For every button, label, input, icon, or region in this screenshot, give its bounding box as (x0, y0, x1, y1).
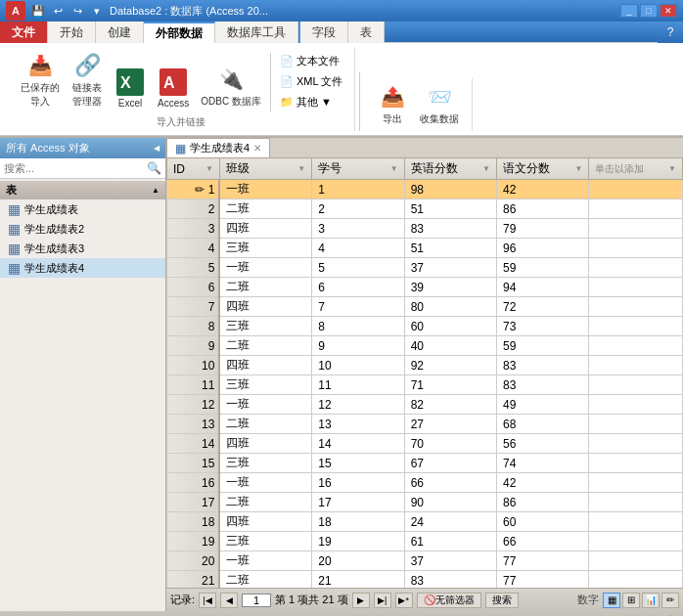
doc-tab-table4[interactable]: ▦ 学生成绩表4 ✕ (166, 138, 270, 157)
col-header-num[interactable]: 学号▼ (312, 158, 404, 180)
cell-eng: 66 (404, 473, 496, 493)
nav-item-table2[interactable]: ▦ 学生成绩表2 (0, 219, 165, 239)
tab-file[interactable]: 文件 (0, 22, 48, 43)
cell-eng: 98 (404, 180, 496, 199)
tab-db-tools[interactable]: 数据库工具 (215, 22, 298, 43)
btn-saved-import[interactable]: 📥 已保存的导入 (16, 47, 65, 111)
col-header-class[interactable]: 班级▼ (219, 158, 311, 180)
cell-add (589, 551, 683, 571)
btn-other[interactable]: 📁 其他 ▼ (275, 92, 346, 111)
cell-add (589, 434, 683, 454)
table-wrapper[interactable]: ID▼ 班级▼ 学号▼ 英语分数▼ 语文分数▼ (166, 157, 683, 588)
table-row[interactable]: 4三班45196 (167, 239, 683, 258)
btn-text-file[interactable]: 📄 文本文件 (275, 51, 346, 70)
btn-export[interactable]: 📤 导出 (372, 78, 413, 129)
cell-class: 四班 (219, 512, 311, 532)
col-header-chi[interactable]: 语文分数▼ (497, 158, 589, 180)
help-btn[interactable]: ? (661, 23, 679, 41)
btn-xml-file[interactable]: 📄 XML 文件 (275, 71, 346, 91)
nav-section-header-tables[interactable]: 表 ▲ (0, 181, 165, 199)
table-row[interactable]: 8三班86073 (167, 317, 683, 336)
search-input[interactable] (4, 162, 147, 174)
view-pivot-btn[interactable]: ⊞ (622, 593, 640, 608)
tab-field[interactable]: 字段 (298, 22, 348, 43)
cell-num: 3 (312, 219, 404, 239)
btn-excel[interactable]: X Excel (110, 64, 151, 111)
cell-chi: 86 (497, 493, 589, 512)
cell-num: 13 (312, 415, 404, 434)
cell-add (589, 278, 683, 297)
no-filter-text: 无筛选器 (435, 594, 475, 607)
table-row[interactable]: 5一班53759 (167, 258, 683, 278)
table-row[interactable]: 11三班117183 (167, 375, 683, 395)
col-header-add[interactable]: 单击以添加▼ (589, 158, 683, 180)
doc-tab-close[interactable]: ✕ (253, 143, 261, 154)
close-btn[interactable]: ✕ (660, 4, 677, 18)
table-row[interactable]: 13二班132768 (167, 415, 683, 434)
nav-item-table1[interactable]: ▦ 学生成绩表 (0, 199, 165, 219)
cell-class: 四班 (219, 434, 311, 454)
qa-dropdown-btn[interactable]: ▾ (88, 2, 106, 20)
table-row[interactable]: 16一班166642 (167, 473, 683, 493)
qa-redo-btn[interactable]: ↪ (68, 2, 86, 20)
table-row[interactable]: 15三班156774 (167, 454, 683, 473)
qa-save-btn[interactable]: 💾 (29, 2, 47, 20)
table-row[interactable]: 17二班179086 (167, 493, 683, 512)
cell-chi: 56 (497, 434, 589, 454)
nav-item-table3[interactable]: ▦ 学生成绩表3 (0, 239, 165, 258)
btn-access[interactable]: A Access (153, 64, 194, 111)
view-datasheet-btn[interactable]: ▦ (603, 593, 620, 608)
table-row[interactable]: 20一班203777 (167, 551, 683, 571)
table-row[interactable]: 18四班182460 (167, 512, 683, 532)
cell-class: 一班 (219, 551, 311, 571)
table-row[interactable]: ✏ 1一班19842 (167, 180, 683, 199)
nav-section-tables: 表 ▲ ▦ 学生成绩表 ▦ 学生成绩表2 ▦ 学生成绩表3 ▦ 学生成绩表4 (0, 179, 165, 280)
nav-item-table4[interactable]: ▦ 学生成绩表4 (0, 258, 165, 278)
nav-new-btn[interactable]: ▶* (395, 593, 413, 608)
cell-class: 一班 (219, 180, 311, 199)
col-header-eng[interactable]: 英语分数▼ (404, 158, 496, 180)
maximize-btn[interactable]: □ (640, 4, 658, 18)
qa-undo-btn[interactable]: ↩ (49, 2, 67, 20)
table-row[interactable]: 7四班78072 (167, 297, 683, 317)
nav-last-btn[interactable]: ▶| (374, 593, 391, 608)
tab-external[interactable]: 外部数据 (144, 22, 215, 43)
table-row[interactable]: 12一班128249 (167, 395, 683, 415)
table-row[interactable]: 14四班147056 (167, 434, 683, 454)
nav-header[interactable]: 所有 Access 对象 ◀ (0, 138, 165, 158)
tab-table[interactable]: 表 (348, 22, 385, 43)
btn-collect-data[interactable]: 📨 收集数据 (415, 78, 464, 129)
view-chart-btn[interactable]: 📊 (642, 593, 660, 608)
cell-add (589, 395, 683, 415)
other-icon: 📁 (279, 94, 295, 110)
nav-first-btn[interactable]: |◀ (199, 593, 216, 608)
cell-num: 6 (312, 278, 404, 297)
minimize-btn[interactable]: _ (620, 4, 638, 18)
cell-id: 17 (167, 493, 220, 512)
nav-section-label-tables: 表 (6, 183, 17, 198)
no-filter-btn[interactable]: 🚫 无筛选器 (417, 593, 481, 608)
tab-start[interactable]: 开始 (48, 22, 96, 43)
cell-eng: 37 (404, 258, 496, 278)
tab-create[interactable]: 创建 (96, 22, 144, 43)
table-row[interactable]: 10四班109283 (167, 356, 683, 375)
btn-link-manager[interactable]: 🔗 链接表管理器 (67, 47, 108, 111)
cell-num: 19 (312, 532, 404, 551)
table-row[interactable]: 9二班94059 (167, 336, 683, 356)
table-row[interactable]: 3四班38379 (167, 219, 683, 239)
cell-eng: 51 (404, 239, 496, 258)
search-btn[interactable]: 搜索 (485, 593, 519, 608)
nav-next-btn[interactable]: ▶ (352, 593, 370, 608)
quick-access-toolbar: 💾 ↩ ↪ ▾ (29, 2, 106, 20)
record-number-input[interactable] (242, 594, 271, 607)
view-design-btn[interactable]: ✏ (661, 593, 679, 608)
btn-odbc[interactable]: 🔌 ODBC 数据库 (196, 61, 266, 111)
table-row[interactable]: 2二班25186 (167, 199, 683, 219)
table-row[interactable]: 21二班218377 (167, 571, 683, 589)
cell-num: 7 (312, 297, 404, 317)
col-header-id[interactable]: ID▼ (167, 158, 220, 180)
table-row[interactable]: 6二班63994 (167, 278, 683, 297)
nav-prev-btn[interactable]: ◀ (220, 593, 238, 608)
cell-add (589, 180, 683, 199)
table-row[interactable]: 19三班196166 (167, 532, 683, 551)
